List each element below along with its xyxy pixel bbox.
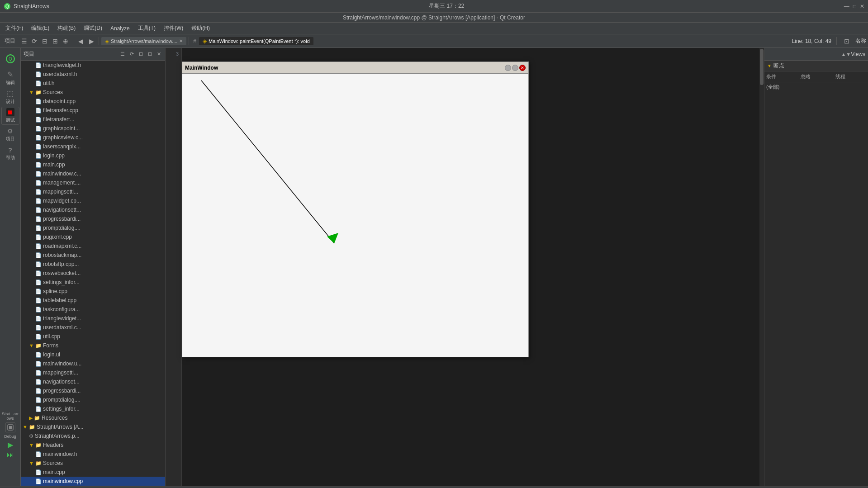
tree-item[interactable]: 📄mappingsetti... xyxy=(21,187,165,196)
sidebar-design[interactable]: ⬚ 设计 xyxy=(1,88,19,106)
tree-item[interactable]: 📄settings_infor... xyxy=(21,278,165,287)
sidebar-projects[interactable]: ⚙ 项目 xyxy=(1,126,19,144)
sidebar-welcome[interactable]: Q xyxy=(1,50,19,68)
tree-item[interactable]: 📄spline.cpp xyxy=(21,287,165,296)
tree-item[interactable]: 📄userdataxml.c... xyxy=(21,323,165,332)
tree-item[interactable]: ⚙StraightArrows.p... xyxy=(21,431,165,441)
toolbar-expand[interactable]: ⊞ xyxy=(50,36,60,46)
sidebar-edit[interactable]: ✎ 编辑 xyxy=(1,69,19,87)
tree-item[interactable]: 📄main.cpp xyxy=(21,160,165,169)
tree-item[interactable]: 📄filetransfer.cpp xyxy=(21,106,165,115)
tree-item[interactable]: 📄util.h xyxy=(21,79,165,88)
menu-debug[interactable]: 调试(D) xyxy=(80,24,106,33)
tree-item[interactable]: ▼ 📁Sources xyxy=(21,459,165,468)
tree-item[interactable]: 📄promptdialog.... xyxy=(21,223,165,232)
play-button[interactable]: ▶ xyxy=(8,441,13,449)
tree-item[interactable]: 📄mainwindow.c... xyxy=(21,169,165,178)
tree-item[interactable]: 📄trianglewidget.h xyxy=(21,61,165,70)
nav-forward[interactable]: ▶ xyxy=(86,36,96,46)
tree-item[interactable]: ▼ 📁Forms xyxy=(21,341,165,350)
editor-scrollbar-thumb[interactable] xyxy=(760,49,764,85)
menu-tools[interactable]: 工具(T) xyxy=(134,24,159,33)
tree-item[interactable]: 📄tablelabel.cpp xyxy=(21,296,165,305)
panel-collapse-btn[interactable]: ⊟ xyxy=(137,51,144,58)
tree-item[interactable]: ▶ 📁Resources xyxy=(21,413,165,422)
project-tree[interactable]: 📄trianglewidget.h📄userdataxml.h📄util.h▼ … xyxy=(21,61,165,486)
close-icon[interactable]: ✕ xyxy=(860,3,864,9)
project-panel: 项目 ☰ ⟳ ⊟ ⊞ ✕ 📄trianglewidget.h📄userdatax… xyxy=(21,48,166,486)
tree-item[interactable]: 📄robostackmap... xyxy=(21,251,165,260)
tree-item[interactable]: 📄mapwidget.cp... xyxy=(21,196,165,205)
cpp-file-icon: 📄 xyxy=(35,298,42,303)
right-panel-up[interactable]: ▲ xyxy=(841,52,846,57)
tree-item-text: filetransfert... xyxy=(43,116,74,123)
tree-item[interactable]: 📄settings_infor... xyxy=(21,404,165,413)
tree-item[interactable]: ▼ 📁Headers xyxy=(21,441,165,450)
min-icon[interactable]: — xyxy=(844,3,849,9)
tree-item[interactable]: 📄promptdialog.... xyxy=(21,395,165,404)
tree-item[interactable]: 📄laserscanqpix... xyxy=(21,142,165,151)
debug-small-icon[interactable] xyxy=(5,422,15,432)
max-icon[interactable]: □ xyxy=(853,3,856,9)
editor-scrollbar-track[interactable] xyxy=(759,48,764,486)
panel-expand-btn[interactable]: ⊞ xyxy=(146,51,153,58)
tree-item[interactable]: ▼ 📁Forms xyxy=(21,486,165,486)
tree-item[interactable]: 📄progressbardi... xyxy=(21,386,165,395)
win-minimize[interactable] xyxy=(505,65,511,71)
menu-build[interactable]: 构建(B) xyxy=(54,24,79,33)
tree-item[interactable]: 📄robotsftp.cpp... xyxy=(21,260,165,269)
tree-item[interactable]: 📄login.ui xyxy=(21,350,165,359)
datetime: 星期三 17：22 xyxy=(429,2,464,10)
toolbar-collapse[interactable]: ⊟ xyxy=(40,36,50,46)
panel-close-btn[interactable]: ✕ xyxy=(155,51,162,58)
function-tab[interactable]: ◈ MainWindow::paintEvent(QPaintEvent *):… xyxy=(199,37,313,45)
tree-item[interactable]: 📄navigationset... xyxy=(21,377,165,386)
right-panel-down[interactable]: ▼ xyxy=(846,52,851,57)
split-view-btn[interactable]: ⊡ xyxy=(842,36,852,46)
tree-item[interactable]: 📄datapoint.cpp xyxy=(21,97,165,106)
toolbar-add[interactable]: ⊕ xyxy=(61,36,71,46)
tree-item[interactable]: 📄filetransfert... xyxy=(21,115,165,124)
tree-item[interactable]: 📄mainwindow.u... xyxy=(21,359,165,368)
menu-analyze[interactable]: Analyze xyxy=(107,24,133,33)
sidebar-debug[interactable]: ⏹ 调试 xyxy=(1,107,19,125)
tree-item[interactable]: 📄roadmapxml.c... xyxy=(21,242,165,251)
panel-sync-btn[interactable]: ⟳ xyxy=(128,51,135,58)
win-maximize[interactable] xyxy=(512,65,518,71)
tree-item[interactable]: 📄progressbardi... xyxy=(21,214,165,223)
file-tab[interactable]: ◈ StraightArrows/mainwindow.... ✕ xyxy=(101,37,186,45)
tree-item[interactable]: 📄pugixml.cpp xyxy=(21,232,165,242)
tree-item[interactable]: 📄management.... xyxy=(21,178,165,187)
toolbar-filter[interactable]: ☰ xyxy=(19,36,29,46)
win-close[interactable]: ✕ xyxy=(519,65,526,71)
tree-item[interactable]: 📄mainwindow.cpp xyxy=(21,477,165,486)
menu-file[interactable]: 文件(F) xyxy=(2,24,27,33)
nav-back[interactable]: ◀ xyxy=(76,36,85,46)
menu-edit[interactable]: 编辑(E) xyxy=(28,24,53,33)
tree-item[interactable]: ▼ 📁StraightArrows [A... xyxy=(21,422,165,431)
tree-item[interactable]: 📄mappingsetti... xyxy=(21,368,165,377)
step-button[interactable]: ⏭ xyxy=(7,451,14,459)
main-area: Q ✎ 编辑 ⬚ 设计 ⏹ 调试 ⚙ 项目 ? 帮助 Strai...arrow… xyxy=(0,48,868,486)
toolbar-nav: ☰ ⟳ ⊟ ⊞ ⊕ xyxy=(19,36,71,46)
tree-item[interactable]: 📄roswebsocket... xyxy=(21,269,165,278)
tree-item[interactable]: 📄trianglewidget... xyxy=(21,314,165,323)
tree-item[interactable]: 📄mainwindow.h xyxy=(21,450,165,459)
tree-item[interactable]: 📄taskconfigura... xyxy=(21,305,165,314)
tree-item[interactable]: 📄navigationsett... xyxy=(21,205,165,214)
menu-help[interactable]: 帮助(H) xyxy=(188,24,213,33)
tree-item[interactable]: 📄util.cpp xyxy=(21,332,165,341)
tree-item[interactable]: ▼ 📁Sources xyxy=(21,88,165,97)
tree-item[interactable]: 📄login.cpp xyxy=(21,151,165,160)
panel-filter-btn[interactable]: ☰ xyxy=(119,51,126,58)
toolbar-sync[interactable]: ⟳ xyxy=(29,36,39,46)
sidebar-help[interactable]: ? 帮助 xyxy=(1,145,19,163)
tree-item[interactable]: 📄main.cpp xyxy=(21,468,165,477)
tree-item[interactable]: 📄graphicsview.c... xyxy=(21,133,165,142)
strai-arrows-label: Strai...arrows xyxy=(1,412,19,421)
file-tab-close[interactable]: ✕ xyxy=(179,38,183,43)
tree-item[interactable]: 📄userdataxml.h xyxy=(21,70,165,79)
tree-item-text: Sources xyxy=(43,89,63,95)
menu-controls[interactable]: 控件(W) xyxy=(160,24,187,33)
tree-item[interactable]: 📄graphicspoint... xyxy=(21,124,165,133)
